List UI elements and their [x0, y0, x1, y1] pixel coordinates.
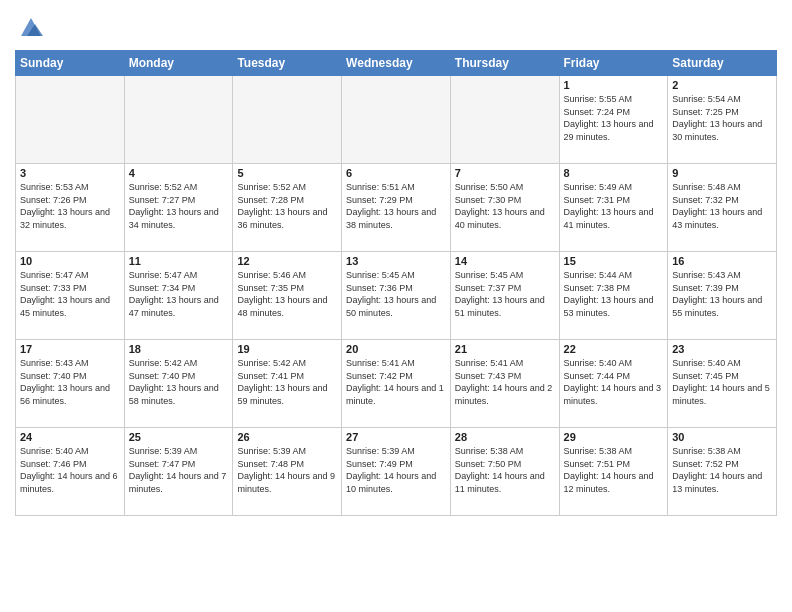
- day-info: Sunrise: 5:55 AMSunset: 7:24 PMDaylight:…: [564, 93, 664, 143]
- day-cell: 30Sunrise: 5:38 AMSunset: 7:52 PMDayligh…: [668, 428, 777, 516]
- logo-icon: [17, 14, 45, 42]
- day-cell: 26Sunrise: 5:39 AMSunset: 7:48 PMDayligh…: [233, 428, 342, 516]
- day-cell: 21Sunrise: 5:41 AMSunset: 7:43 PMDayligh…: [450, 340, 559, 428]
- day-info: Sunrise: 5:39 AMSunset: 7:48 PMDaylight:…: [237, 445, 337, 495]
- day-cell: 2Sunrise: 5:54 AMSunset: 7:25 PMDaylight…: [668, 76, 777, 164]
- day-cell: 12Sunrise: 5:46 AMSunset: 7:35 PMDayligh…: [233, 252, 342, 340]
- day-cell: 28Sunrise: 5:38 AMSunset: 7:50 PMDayligh…: [450, 428, 559, 516]
- day-cell: 19Sunrise: 5:42 AMSunset: 7:41 PMDayligh…: [233, 340, 342, 428]
- weekday-header-friday: Friday: [559, 51, 668, 76]
- day-cell: [124, 76, 233, 164]
- day-cell: 29Sunrise: 5:38 AMSunset: 7:51 PMDayligh…: [559, 428, 668, 516]
- week-row-5: 24Sunrise: 5:40 AMSunset: 7:46 PMDayligh…: [16, 428, 777, 516]
- day-number: 21: [455, 343, 555, 355]
- day-number: 14: [455, 255, 555, 267]
- day-number: 3: [20, 167, 120, 179]
- day-info: Sunrise: 5:43 AMSunset: 7:39 PMDaylight:…: [672, 269, 772, 319]
- day-number: 9: [672, 167, 772, 179]
- day-number: 20: [346, 343, 446, 355]
- day-number: 6: [346, 167, 446, 179]
- weekday-header-wednesday: Wednesday: [342, 51, 451, 76]
- day-info: Sunrise: 5:45 AMSunset: 7:37 PMDaylight:…: [455, 269, 555, 319]
- day-number: 25: [129, 431, 229, 443]
- day-cell: [16, 76, 125, 164]
- day-cell: 20Sunrise: 5:41 AMSunset: 7:42 PMDayligh…: [342, 340, 451, 428]
- day-number: 30: [672, 431, 772, 443]
- day-number: 13: [346, 255, 446, 267]
- day-info: Sunrise: 5:53 AMSunset: 7:26 PMDaylight:…: [20, 181, 120, 231]
- day-cell: 9Sunrise: 5:48 AMSunset: 7:32 PMDaylight…: [668, 164, 777, 252]
- day-cell: [342, 76, 451, 164]
- day-number: 22: [564, 343, 664, 355]
- day-number: 24: [20, 431, 120, 443]
- day-number: 4: [129, 167, 229, 179]
- day-cell: 8Sunrise: 5:49 AMSunset: 7:31 PMDaylight…: [559, 164, 668, 252]
- day-cell: 11Sunrise: 5:47 AMSunset: 7:34 PMDayligh…: [124, 252, 233, 340]
- day-info: Sunrise: 5:42 AMSunset: 7:40 PMDaylight:…: [129, 357, 229, 407]
- day-info: Sunrise: 5:47 AMSunset: 7:34 PMDaylight:…: [129, 269, 229, 319]
- day-number: 8: [564, 167, 664, 179]
- day-number: 12: [237, 255, 337, 267]
- day-cell: 7Sunrise: 5:50 AMSunset: 7:30 PMDaylight…: [450, 164, 559, 252]
- day-info: Sunrise: 5:39 AMSunset: 7:49 PMDaylight:…: [346, 445, 446, 495]
- day-info: Sunrise: 5:48 AMSunset: 7:32 PMDaylight:…: [672, 181, 772, 231]
- calendar: SundayMondayTuesdayWednesdayThursdayFrid…: [15, 50, 777, 516]
- day-cell: [450, 76, 559, 164]
- day-cell: 15Sunrise: 5:44 AMSunset: 7:38 PMDayligh…: [559, 252, 668, 340]
- day-cell: 16Sunrise: 5:43 AMSunset: 7:39 PMDayligh…: [668, 252, 777, 340]
- weekday-header-sunday: Sunday: [16, 51, 125, 76]
- day-number: 27: [346, 431, 446, 443]
- day-info: Sunrise: 5:52 AMSunset: 7:27 PMDaylight:…: [129, 181, 229, 231]
- day-info: Sunrise: 5:42 AMSunset: 7:41 PMDaylight:…: [237, 357, 337, 407]
- day-number: 17: [20, 343, 120, 355]
- day-info: Sunrise: 5:52 AMSunset: 7:28 PMDaylight:…: [237, 181, 337, 231]
- day-cell: 1Sunrise: 5:55 AMSunset: 7:24 PMDaylight…: [559, 76, 668, 164]
- day-info: Sunrise: 5:46 AMSunset: 7:35 PMDaylight:…: [237, 269, 337, 319]
- week-row-1: 1Sunrise: 5:55 AMSunset: 7:24 PMDaylight…: [16, 76, 777, 164]
- day-info: Sunrise: 5:44 AMSunset: 7:38 PMDaylight:…: [564, 269, 664, 319]
- day-info: Sunrise: 5:40 AMSunset: 7:44 PMDaylight:…: [564, 357, 664, 407]
- day-number: 23: [672, 343, 772, 355]
- week-row-4: 17Sunrise: 5:43 AMSunset: 7:40 PMDayligh…: [16, 340, 777, 428]
- day-info: Sunrise: 5:38 AMSunset: 7:50 PMDaylight:…: [455, 445, 555, 495]
- day-info: Sunrise: 5:40 AMSunset: 7:46 PMDaylight:…: [20, 445, 120, 495]
- day-cell: 22Sunrise: 5:40 AMSunset: 7:44 PMDayligh…: [559, 340, 668, 428]
- day-number: 2: [672, 79, 772, 91]
- day-cell: 24Sunrise: 5:40 AMSunset: 7:46 PMDayligh…: [16, 428, 125, 516]
- day-number: 15: [564, 255, 664, 267]
- day-cell: 10Sunrise: 5:47 AMSunset: 7:33 PMDayligh…: [16, 252, 125, 340]
- day-info: Sunrise: 5:49 AMSunset: 7:31 PMDaylight:…: [564, 181, 664, 231]
- day-number: 19: [237, 343, 337, 355]
- day-info: Sunrise: 5:50 AMSunset: 7:30 PMDaylight:…: [455, 181, 555, 231]
- day-number: 18: [129, 343, 229, 355]
- day-cell: 27Sunrise: 5:39 AMSunset: 7:49 PMDayligh…: [342, 428, 451, 516]
- day-cell: 23Sunrise: 5:40 AMSunset: 7:45 PMDayligh…: [668, 340, 777, 428]
- day-cell: 4Sunrise: 5:52 AMSunset: 7:27 PMDaylight…: [124, 164, 233, 252]
- weekday-header-thursday: Thursday: [450, 51, 559, 76]
- day-number: 11: [129, 255, 229, 267]
- weekday-header-tuesday: Tuesday: [233, 51, 342, 76]
- day-info: Sunrise: 5:43 AMSunset: 7:40 PMDaylight:…: [20, 357, 120, 407]
- day-info: Sunrise: 5:38 AMSunset: 7:52 PMDaylight:…: [672, 445, 772, 495]
- weekday-header-saturday: Saturday: [668, 51, 777, 76]
- day-number: 5: [237, 167, 337, 179]
- day-info: Sunrise: 5:41 AMSunset: 7:43 PMDaylight:…: [455, 357, 555, 407]
- week-row-3: 10Sunrise: 5:47 AMSunset: 7:33 PMDayligh…: [16, 252, 777, 340]
- page: SundayMondayTuesdayWednesdayThursdayFrid…: [0, 0, 792, 531]
- logo: [15, 14, 45, 42]
- day-cell: [233, 76, 342, 164]
- day-cell: 5Sunrise: 5:52 AMSunset: 7:28 PMDaylight…: [233, 164, 342, 252]
- day-info: Sunrise: 5:51 AMSunset: 7:29 PMDaylight:…: [346, 181, 446, 231]
- day-number: 16: [672, 255, 772, 267]
- day-number: 1: [564, 79, 664, 91]
- day-cell: 18Sunrise: 5:42 AMSunset: 7:40 PMDayligh…: [124, 340, 233, 428]
- day-info: Sunrise: 5:47 AMSunset: 7:33 PMDaylight:…: [20, 269, 120, 319]
- day-info: Sunrise: 5:45 AMSunset: 7:36 PMDaylight:…: [346, 269, 446, 319]
- day-info: Sunrise: 5:41 AMSunset: 7:42 PMDaylight:…: [346, 357, 446, 407]
- weekday-header-row: SundayMondayTuesdayWednesdayThursdayFrid…: [16, 51, 777, 76]
- day-number: 28: [455, 431, 555, 443]
- day-cell: 17Sunrise: 5:43 AMSunset: 7:40 PMDayligh…: [16, 340, 125, 428]
- weekday-header-monday: Monday: [124, 51, 233, 76]
- day-cell: 3Sunrise: 5:53 AMSunset: 7:26 PMDaylight…: [16, 164, 125, 252]
- day-number: 29: [564, 431, 664, 443]
